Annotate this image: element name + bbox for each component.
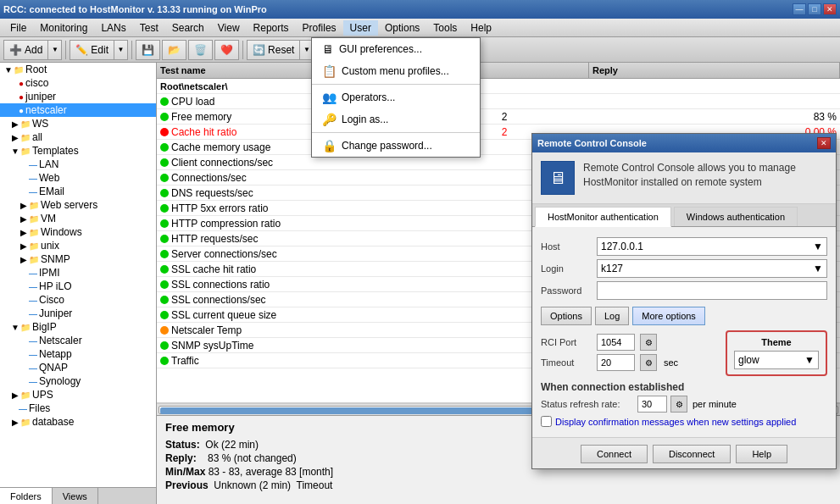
sidebar-item-lan[interactable]: — LAN <box>0 158 156 171</box>
menu-view[interactable]: View <box>211 20 247 36</box>
maximize-button[interactable]: □ <box>808 3 821 15</box>
menu-user[interactable]: User <box>343 20 378 36</box>
tree-toggle-snmp[interactable]: ▶ <box>19 255 29 264</box>
table-row-header[interactable]: Root\netscaler\ <box>157 79 840 94</box>
scroll-thumb[interactable] <box>160 407 567 414</box>
tree-toggle-vm[interactable]: ▶ <box>19 214 29 224</box>
rcc-section-options[interactable]: Options <box>541 307 592 325</box>
rcc-refresh-input[interactable] <box>637 396 667 413</box>
menu-custom-profiles[interactable]: 📋 Custom menu profiles... <box>312 60 480 82</box>
tree-toggle-ws[interactable]: ▶ <box>10 119 20 129</box>
rcc-port-input[interactable] <box>597 334 635 351</box>
menu-help[interactable]: Help <box>464 20 498 36</box>
rcc-close-button[interactable]: ✕ <box>817 137 831 149</box>
sidebar-item-root[interactable]: ▼ 📁 Root <box>0 63 156 76</box>
tree-toggle-windows[interactable]: ▶ <box>19 228 29 237</box>
menu-profiles[interactable]: Profiles <box>296 20 343 36</box>
sidebar-item-unix[interactable]: ▶ 📁 unix <box>0 239 156 252</box>
folder-icon-unix: 📁 <box>29 241 39 251</box>
menu-search[interactable]: Search <box>165 20 211 36</box>
sidebar-item-qnap[interactable]: — QNAP <box>0 361 156 374</box>
sidebar-item-all[interactable]: ▶ 📁 all <box>0 130 156 144</box>
toolbar-icon-4[interactable]: ❤️ <box>214 40 239 60</box>
rcc-theme-label: Theme <box>734 337 819 347</box>
sidebar-item-windows[interactable]: ▶ 📁 Windows <box>0 225 156 239</box>
reset-button[interactable]: 🔄 Reset <box>247 40 300 60</box>
tab-folders[interactable]: Folders <box>0 488 53 504</box>
sidebar-item-webservers[interactable]: ▶ 📁 Web servers <box>0 198 156 212</box>
sidebar-item-cisco2[interactable]: — Cisco <box>0 293 156 307</box>
menu-lans[interactable]: LANs <box>94 20 132 36</box>
sidebar-item-juniper[interactable]: ● juniper <box>0 90 156 103</box>
add-dropdown-button[interactable]: ▼ <box>48 40 62 60</box>
sidebar-item-bigip[interactable]: ▼ 📁 BigIP <box>0 320 156 334</box>
toolbar-icon-1[interactable]: 💾 <box>136 40 160 60</box>
rcc-theme-select[interactable]: glow ▼ <box>734 351 819 369</box>
table-row-free-memory[interactable]: Free memory 2 83 % <box>157 109 840 125</box>
sidebar-item-hpilo[interactable]: — HP iLO <box>0 280 156 293</box>
toolbar-icon-2[interactable]: 📂 <box>162 40 186 60</box>
sidebar-item-email[interactable]: — EMail <box>0 185 156 198</box>
add-button[interactable]: ➕ Add <box>3 40 48 60</box>
menu-tools[interactable]: Tools <box>426 20 464 36</box>
tree-toggle-all[interactable]: ▶ <box>10 133 20 142</box>
sidebar-item-files[interactable]: — Files <box>0 402 156 415</box>
tab-views[interactable]: Views <box>53 488 98 504</box>
rcc-timeout-input[interactable] <box>597 354 635 371</box>
tree-toggle-root[interactable]: ▼ <box>3 65 14 75</box>
rcc-tab-hostmonitor[interactable]: HostMonitor authentication <box>535 207 671 227</box>
rcc-disconnect-button[interactable]: Disconnect <box>653 445 731 463</box>
sidebar-item-web[interactable]: — Web <box>0 171 156 185</box>
menu-login-as[interactable]: 🔑 Login as... <box>312 108 480 130</box>
sidebar-item-database[interactable]: ▶ 📁 database <box>0 415 156 429</box>
sidebar-item-synology[interactable]: — Synology <box>0 374 156 388</box>
rcc-status-section: When connection established <box>541 381 827 393</box>
sidebar-item-ups[interactable]: ▶ 📁 UPS <box>0 388 156 402</box>
sidebar-item-cisco[interactable]: ● cisco <box>0 76 156 90</box>
edit-dropdown-button[interactable]: ▼ <box>114 40 128 60</box>
rcc-section-more[interactable]: More options <box>632 307 705 325</box>
tree-toggle-templates[interactable]: ▼ <box>10 147 20 156</box>
rcc-connect-button[interactable]: Connect <box>581 445 648 463</box>
menu-reports[interactable]: Reports <box>247 20 296 36</box>
rcc-tab-windows[interactable]: Windows authentication <box>674 207 798 226</box>
rcc-timeout-settings-button[interactable]: ⚙ <box>640 354 657 371</box>
rcc-refresh-settings-button[interactable]: ⚙ <box>670 396 687 413</box>
toolbar-icon-3[interactable]: 🗑️ <box>188 40 213 60</box>
close-button[interactable]: ✕ <box>823 3 837 15</box>
sidebar-item-ipmi[interactable]: — IPMI <box>0 266 156 280</box>
status-dot-ssl-conn-ratio <box>160 280 169 289</box>
sidebar-item-netapp[interactable]: — Netapp <box>0 347 156 361</box>
menu-gui-preferences[interactable]: 🖥 GUI preferences... <box>312 38 480 60</box>
sidebar-item-templates[interactable]: ▼ 📁 Templates <box>0 144 156 158</box>
tree-toggle-bigip[interactable]: ▼ <box>10 323 20 332</box>
tree-toggle-database[interactable]: ▶ <box>10 418 20 427</box>
sidebar-item-juniper2[interactable]: — Juniper <box>0 307 156 320</box>
menu-test[interactable]: Test <box>133 20 165 36</box>
rcc-help-button[interactable]: Help <box>736 445 787 463</box>
menu-operators[interactable]: 👥 Operators... <box>312 86 480 108</box>
minimize-button[interactable]: — <box>793 3 806 15</box>
rcc-password-input[interactable] <box>597 281 827 300</box>
tree-toggle-unix[interactable]: ▶ <box>19 241 29 251</box>
rcc-login-dropdown[interactable]: k127 ▼ <box>597 259 827 278</box>
sidebar-item-snmp[interactable]: ▶ 📁 SNMP <box>0 252 156 266</box>
table-row-cpu-load[interactable]: CPU load <box>157 94 840 109</box>
rcc-host-dropdown[interactable]: 127.0.0.1 ▼ <box>597 237 827 256</box>
sidebar-item-netscaler[interactable]: ● netscaler <box>0 103 156 117</box>
menu-change-password[interactable]: 🔒 Change password... <box>312 135 480 157</box>
sidebar-item-vm[interactable]: ▶ 📁 VM <box>0 212 156 225</box>
menu-file[interactable]: File <box>3 20 33 36</box>
rcc-section-log[interactable]: Log <box>595 307 629 325</box>
rcc-confirm-checkbox[interactable] <box>541 416 552 427</box>
tree-toggle-webservers[interactable]: ▶ <box>19 201 29 210</box>
folder-icon-webservers: 📁 <box>29 201 39 210</box>
menu-options[interactable]: Options <box>378 20 426 36</box>
menu-monitoring[interactable]: Monitoring <box>33 20 94 36</box>
rcc-port-settings-button[interactable]: ⚙ <box>640 334 657 351</box>
title-bar-text: RCC: connected to HostMonitor v. 13.33 r… <box>3 4 267 14</box>
tree-toggle-ups[interactable]: ▶ <box>10 390 20 400</box>
sidebar-item-ws[interactable]: ▶ 📁 WS <box>0 117 156 130</box>
edit-button[interactable]: ✏️ Edit <box>70 40 114 60</box>
sidebar-item-netscaler2[interactable]: — Netscaler <box>0 334 156 347</box>
